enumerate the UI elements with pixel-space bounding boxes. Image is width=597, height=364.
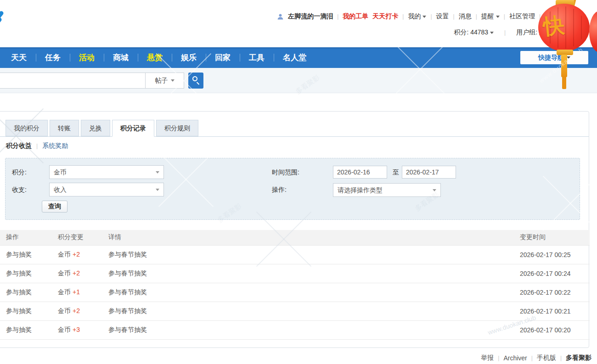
- table-row: 参与抽奖 金币+2 参与春节抽奖 2026-02-17 00:24: [0, 264, 590, 283]
- chevron-down-icon: [422, 16, 426, 18]
- subnav-system-rewards-link[interactable]: 系统奖励: [42, 142, 68, 150]
- divider: |: [36, 143, 38, 149]
- nav-item-xuanshang[interactable]: 悬赏: [138, 47, 172, 68]
- divider: |: [476, 13, 477, 20]
- user-stats-bar: 积分: 44783 | 用户组: 版主: [454, 28, 558, 37]
- cell-detail: 参与春节抽奖: [108, 245, 520, 264]
- report-link[interactable]: 举报: [481, 354, 494, 362]
- cell-change-time: 2026-02-17 00:20: [520, 320, 590, 339]
- nav-item-gongju[interactable]: 工具: [240, 47, 274, 68]
- cell-change-time: 2026-02-17 00:25: [520, 245, 590, 264]
- cell-detail: 参与春节抽奖: [108, 264, 520, 283]
- my-menu[interactable]: 我的: [408, 12, 426, 21]
- divider: |: [430, 13, 432, 20]
- credit-log-table: 操作 积分变更 详情 变更时间 参与抽奖 金币+2 参与春节抽奖 2026-02…: [0, 230, 590, 340]
- tab-credit-rules[interactable]: 积分规则: [156, 120, 198, 136]
- tab-credit-log[interactable]: 积分记录: [112, 120, 154, 137]
- credit-type-select[interactable]: 金币: [49, 165, 164, 179]
- workorder-link[interactable]: 我的工单: [343, 12, 368, 21]
- table-row: 参与抽奖 金币+3 参与春节抽奖 2026-02-17 00:20: [0, 320, 590, 339]
- chevron-down-icon: [554, 32, 558, 34]
- nav-item-yule[interactable]: 娱乐: [172, 47, 206, 68]
- divider: |: [539, 13, 541, 20]
- col-detail: 详情: [108, 230, 520, 245]
- chevron-down-icon: [567, 56, 570, 59]
- site-name-link[interactable]: 多看聚影: [566, 354, 591, 362]
- sub-nav: 积分收益 | 系统奖励: [6, 142, 68, 150]
- income-expense-label: 收支:: [12, 183, 27, 196]
- nav-item-renwu[interactable]: 任务: [36, 47, 70, 68]
- date-to-input[interactable]: [402, 166, 456, 179]
- nav-item-tiantian[interactable]: 天天: [2, 47, 36, 68]
- cell-credit-change: 金币+2: [58, 302, 108, 320]
- divider: |: [337, 13, 338, 20]
- table-row: 参与抽奖 金币+1 参与春节抽奖 2026-02-17 00:22: [0, 283, 590, 302]
- usergroup-menu[interactable]: 用户组: 版主: [516, 28, 558, 37]
- table-header-row: 操作 积分变更 详情 变更时间: [0, 230, 590, 245]
- chevron-down-icon: [156, 171, 159, 174]
- divider: |: [402, 13, 404, 20]
- checkin-link[interactable]: 天天打卡: [372, 12, 398, 21]
- operation-label: 操作:: [272, 183, 287, 196]
- credits-panel: 我的积分 转账 兑换 积分记录 积分规则 积分收益 | 系统奖励 积分: 金币 …: [0, 111, 589, 348]
- header: 左脚流的一滴泪 | 我的工单 天天打卡 | 我的 | 设置 | 消息 | 提醒 …: [0, 0, 597, 47]
- archiver-link[interactable]: Archiver: [503, 354, 527, 362]
- col-change-time: 变更时间: [520, 230, 590, 245]
- divider: |: [504, 29, 506, 36]
- search-type-select[interactable]: 帖子: [146, 73, 184, 89]
- quick-nav-button[interactable]: 快捷导航: [520, 51, 588, 64]
- chevron-down-icon: [171, 79, 175, 82]
- cell-detail: 参与春节抽奖: [108, 320, 520, 339]
- cell-operation: 参与抽奖: [0, 245, 58, 264]
- user-icon: [277, 13, 284, 20]
- divider: |: [453, 13, 455, 20]
- page: 左脚流的一滴泪 | 我的工单 天天打卡 | 我的 | 设置 | 消息 | 提醒 …: [0, 0, 597, 364]
- main-navbar: 天天 任务 活动 商城 悬赏 娱乐 回家 工具 名人堂 快捷导航: [0, 47, 597, 68]
- divider: |: [531, 355, 533, 361]
- tab-transfer[interactable]: 转账: [50, 120, 79, 136]
- time-range-label: 时间范围:: [272, 165, 299, 179]
- cell-credit-change: 金币+2: [58, 245, 108, 264]
- tab-exchange[interactable]: 兑换: [81, 120, 110, 136]
- cell-credit-change: 金币+2: [58, 264, 108, 283]
- divider: |: [560, 355, 562, 361]
- cell-operation: 参与抽奖: [0, 264, 58, 283]
- username-link[interactable]: 左脚流的一滴泪: [288, 12, 333, 21]
- operation-select[interactable]: 请选择操作类型: [333, 183, 441, 197]
- tab-my-credits[interactable]: 我的积分: [6, 120, 48, 136]
- query-button[interactable]: 查询: [42, 201, 68, 213]
- cell-change-time: 2026-02-17 00:22: [520, 283, 590, 302]
- search-input[interactable]: [0, 73, 146, 89]
- logout-link[interactable]: 退出: [545, 12, 558, 21]
- messages-link[interactable]: 消息: [459, 12, 472, 21]
- nav-item-shangcheng[interactable]: 商城: [104, 47, 138, 68]
- mobile-version-link[interactable]: 手机版: [537, 354, 556, 362]
- chevron-down-icon: [156, 189, 159, 191]
- divider: |: [498, 355, 499, 361]
- search-button[interactable]: [188, 73, 203, 89]
- income-expense-select[interactable]: 收入: [49, 183, 164, 196]
- nav-item-huodong[interactable]: 活动: [70, 47, 104, 68]
- cell-operation: 参与抽奖: [0, 320, 58, 339]
- credits-menu[interactable]: 积分: 44783: [454, 28, 494, 37]
- cell-detail: 参与春节抽奖: [108, 302, 520, 320]
- chevron-down-icon: [496, 16, 500, 18]
- site-logo[interactable]: [0, 10, 21, 38]
- admin-link[interactable]: 社区管理: [509, 12, 535, 21]
- cell-detail: 参与春节抽奖: [108, 283, 520, 302]
- settings-link[interactable]: 设置: [436, 12, 449, 21]
- col-credit-change: 积分变更: [58, 230, 108, 245]
- table-row: 参与抽奖 金币+2 参与春节抽奖 2026-02-17 00:21: [0, 302, 590, 320]
- notices-menu[interactable]: 提醒: [481, 12, 500, 21]
- divider: |: [504, 13, 505, 20]
- tab-strip: 我的积分 转账 兑换 积分记录 积分规则: [0, 120, 589, 137]
- cell-operation: 参与抽奖: [0, 283, 58, 302]
- date-from-input[interactable]: [333, 166, 387, 179]
- credit-type-label: 积分:: [12, 165, 27, 179]
- user-toolbar: 左脚流的一滴泪 | 我的工单 天天打卡 | 我的 | 设置 | 消息 | 提醒 …: [277, 12, 558, 21]
- search-icon: [192, 76, 197, 81]
- table-row: 参与抽奖 金币+2 参与春节抽奖 2026-02-17 00:25: [0, 245, 590, 264]
- nav-item-mingrentang[interactable]: 名人堂: [274, 47, 315, 68]
- to-label: 至: [393, 165, 399, 179]
- nav-item-huijia[interactable]: 回家: [206, 47, 240, 68]
